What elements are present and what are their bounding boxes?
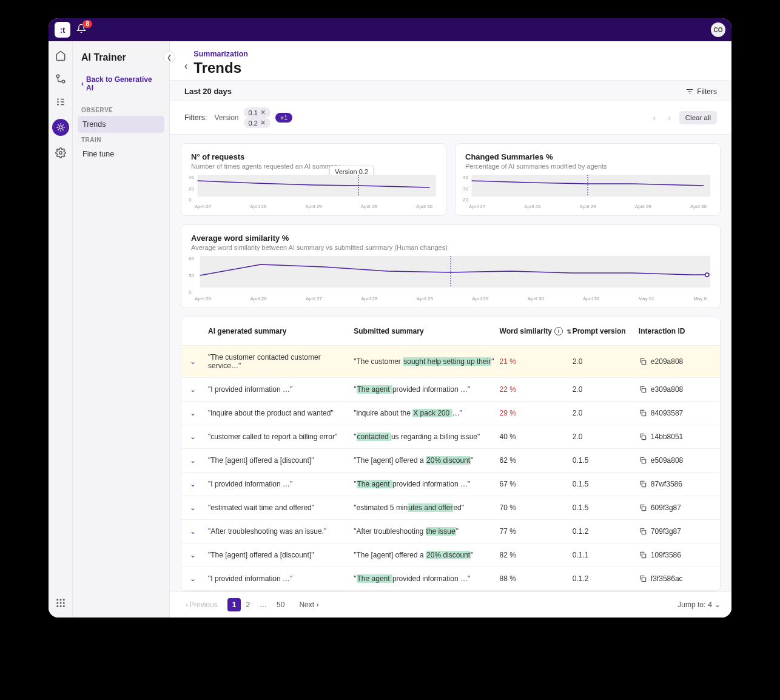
- jump-label: Jump to:: [677, 601, 705, 609]
- gear-icon[interactable]: [55, 147, 67, 159]
- card-similarity: Average word similarity % Average word s…: [181, 224, 721, 308]
- col-ws[interactable]: Word similarity i ⇅: [500, 327, 573, 335]
- copy-icon[interactable]: [639, 409, 647, 417]
- chevron-down-icon[interactable]: ⌄: [190, 574, 208, 583]
- table-row[interactable]: ⌄"inquire about the product and wanted""…: [181, 402, 720, 425]
- collapse-panel-icon[interactable]: ❮: [163, 51, 175, 63]
- copy-icon[interactable]: [639, 432, 647, 441]
- chevron-down-icon[interactable]: ⌄: [190, 503, 208, 512]
- sort-icon[interactable]: ⇅: [567, 328, 571, 335]
- notifications-icon[interactable]: 8: [76, 24, 86, 36]
- svg-rect-21: [642, 388, 645, 392]
- page-button[interactable]: …: [255, 598, 272, 611]
- summary-table: AI generated summary Submitted summary W…: [181, 317, 721, 591]
- filters-button[interactable]: Filters: [685, 87, 717, 96]
- route-icon[interactable]: [55, 73, 67, 85]
- jump-to[interactable]: Jump to: 4 ⌄: [677, 601, 721, 609]
- svg-point-5: [59, 599, 61, 601]
- submitted-summary-cell: "The [agent] offered a 20% discount": [354, 456, 499, 465]
- list-icon[interactable]: [55, 96, 67, 108]
- sidebar-item[interactable]: Trends: [78, 116, 164, 133]
- table-row[interactable]: ⌄"I provided information …""The agent pr…: [181, 378, 720, 402]
- interaction-id-cell: 84093587: [639, 409, 711, 417]
- date-range[interactable]: Last 20 days: [184, 87, 232, 96]
- next-button[interactable]: Next ›: [294, 598, 323, 611]
- apps-icon[interactable]: [55, 597, 67, 609]
- chevron-right-icon[interactable]: ›: [664, 110, 674, 125]
- table-row[interactable]: ⌄"estimated wait time and offered""estim…: [181, 496, 720, 520]
- info-icon[interactable]: i: [554, 327, 563, 335]
- chevron-down-icon: ⌄: [714, 601, 721, 609]
- close-icon[interactable]: ✕: [260, 109, 266, 116]
- interaction-id-cell: 609f3g87: [639, 503, 711, 512]
- chevron-down-icon[interactable]: ⌄: [190, 432, 208, 441]
- table-row[interactable]: ⌄"The [agent] offered a [discount]""The …: [181, 449, 720, 473]
- svg-rect-17: [200, 256, 710, 288]
- brain-icon[interactable]: [52, 119, 69, 136]
- submitted-summary-cell: "After troubleshooting the issue": [354, 527, 499, 536]
- prompt-version-cell: 0.1.5: [573, 456, 639, 465]
- copy-icon[interactable]: [639, 551, 647, 559]
- clear-all-button[interactable]: Clear all: [679, 111, 717, 124]
- table-row[interactable]: ⌄"I provided information …""The agent pr…: [181, 567, 720, 591]
- ai-summary-cell: "After troubleshooting was an issue.": [208, 527, 354, 536]
- card-title: N° of requests: [191, 152, 436, 161]
- submitted-summary-cell: "The [agent] offered a 20% discount": [354, 551, 499, 559]
- svg-point-3: [59, 152, 62, 155]
- app-logo[interactable]: :t: [55, 22, 70, 38]
- ai-summary-cell: "inquire about the product and wanted": [208, 409, 354, 417]
- chevron-down-icon[interactable]: ⌄: [190, 527, 208, 536]
- filter-chip[interactable]: 0.1 ✕: [244, 107, 271, 118]
- chevron-down-icon[interactable]: ⌄: [190, 357, 208, 366]
- copy-icon[interactable]: [639, 574, 647, 583]
- topbar: :t 8 CO: [49, 18, 731, 41]
- copy-icon[interactable]: [639, 480, 647, 488]
- chevron-down-icon[interactable]: ⌄: [190, 551, 208, 559]
- svg-point-2: [59, 126, 62, 129]
- interaction-id-cell: e209a808: [639, 357, 711, 366]
- table-row[interactable]: ⌄"The [agent] offered a [discount]""The …: [181, 544, 720, 567]
- page-button[interactable]: 2: [241, 598, 255, 611]
- card-requests: N° of requests Number of times agents re…: [181, 143, 446, 216]
- panel-title: AI Trainer: [78, 50, 164, 72]
- table-row[interactable]: ⌄"The customer contacted customer servic…: [181, 346, 720, 378]
- close-icon[interactable]: ✕: [260, 119, 266, 127]
- copy-icon[interactable]: [639, 456, 647, 465]
- copy-icon[interactable]: [639, 527, 647, 536]
- filter-chip[interactable]: 0.2 ✕: [244, 118, 271, 128]
- table-row[interactable]: ⌄"I provided information …""The agent pr…: [181, 473, 720, 496]
- copy-icon[interactable]: [639, 357, 647, 366]
- word-sim-cell: 22 %: [500, 385, 573, 394]
- ai-summary-cell: "The [agent] offered a [discount]": [208, 456, 354, 465]
- ai-summary-cell: "I provided information …": [208, 480, 354, 488]
- chevron-down-icon[interactable]: ⌄: [190, 480, 208, 488]
- sidebar-panel: AI Trainer ❮ ‹ Back to Generative AI OBS…: [73, 41, 170, 618]
- chevron-down-icon[interactable]: ⌄: [190, 456, 208, 465]
- nav-group-label: OBSERVE: [78, 103, 164, 116]
- svg-point-19: [705, 273, 709, 277]
- copy-icon[interactable]: [639, 503, 647, 512]
- breadcrumb[interactable]: Summarization: [193, 50, 248, 58]
- page-button[interactable]: 50: [272, 598, 289, 611]
- back-arrow-icon[interactable]: ‹: [184, 61, 187, 72]
- word-sim-cell: 67 %: [500, 480, 573, 488]
- sidebar-item[interactable]: Fine tune: [78, 146, 164, 163]
- chevron-left-icon[interactable]: ‹: [649, 110, 659, 125]
- chevron-down-icon[interactable]: ⌄: [190, 409, 208, 417]
- prompt-version-cell: 0.1.5: [573, 480, 639, 488]
- prev-button[interactable]: ‹Previous: [181, 598, 223, 611]
- back-link[interactable]: ‹ Back to Generative AI: [78, 72, 164, 96]
- table-row[interactable]: ⌄"customer called to report a billing er…: [181, 425, 720, 449]
- similarity-chart: [191, 256, 710, 295]
- nav-rail: [49, 41, 73, 618]
- word-sim-cell: 70 %: [500, 503, 573, 512]
- copy-icon[interactable]: [639, 385, 647, 394]
- filter-more-chip[interactable]: +1: [275, 113, 293, 123]
- home-icon[interactable]: [55, 50, 67, 62]
- submitted-summary-cell: "estimated 5 minutes and offered": [354, 503, 499, 512]
- prompt-version-cell: 0.1.1: [573, 551, 639, 559]
- avatar[interactable]: CO: [711, 22, 725, 37]
- page-button[interactable]: 1: [227, 598, 241, 611]
- table-row[interactable]: ⌄"After troubleshooting was an issue.""A…: [181, 520, 720, 544]
- chevron-down-icon[interactable]: ⌄: [190, 385, 208, 394]
